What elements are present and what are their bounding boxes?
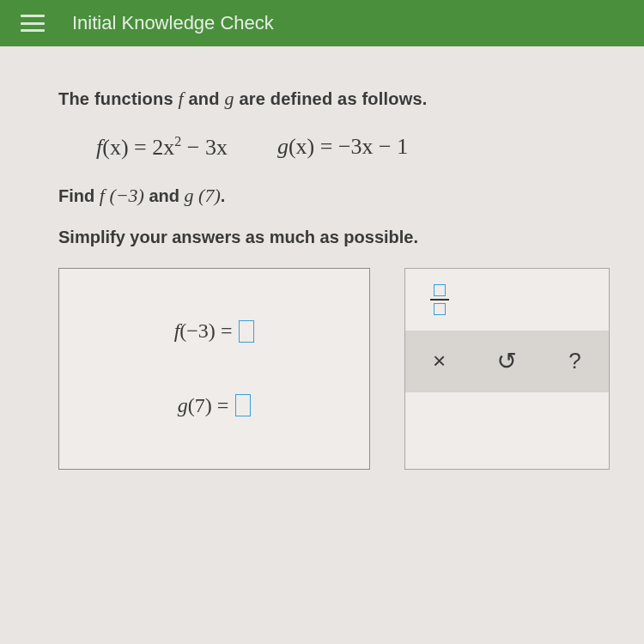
help-button[interactable]: ? — [541, 331, 609, 392]
undo-button[interactable]: ↻ — [473, 331, 541, 392]
toolbox-row-2: × ↻ ? — [405, 331, 609, 392]
answer-box: f(−3) = g(7) = — [58, 268, 370, 470]
fraction-icon — [430, 284, 449, 315]
toolbox-row-1 — [405, 269, 609, 331]
toolbox-empty-1 — [473, 269, 541, 331]
math-toolbox: × ↻ ? — [404, 268, 610, 470]
find-instruction: Find f (−3) and g (7). — [58, 185, 610, 207]
g-answer-input[interactable] — [235, 394, 251, 416]
simplify-instruction: Simplify your answers as much as possibl… — [58, 228, 610, 247]
app-header: Initial Knowledge Check — [0, 0, 644, 46]
undo-icon: ↻ — [497, 347, 517, 375]
times-icon: × — [433, 348, 446, 374]
g-answer-row: g(7) = — [94, 394, 335, 417]
f-definition: f(x) = 2x2 − 3x — [96, 134, 228, 161]
clear-button[interactable]: × — [405, 331, 473, 392]
g-definition: g(x) = −3x − 1 — [277, 134, 408, 161]
fraction-button[interactable] — [405, 269, 473, 331]
menu-icon[interactable] — [21, 15, 45, 32]
toolbox-empty-2 — [541, 269, 609, 331]
work-area: f(−3) = g(7) = × — [58, 268, 610, 470]
help-icon: ? — [568, 348, 580, 374]
problem-intro: The functions f and g are defined as fol… — [58, 88, 610, 110]
f-answer-row: f(−3) = — [94, 319, 335, 343]
page-title: Initial Knowledge Check — [72, 12, 274, 34]
problem-content: The functions f and g are defined as fol… — [0, 46, 644, 470]
f-answer-input[interactable] — [239, 320, 254, 343]
function-definitions: f(x) = 2x2 − 3x g(x) = −3x − 1 — [96, 134, 610, 161]
